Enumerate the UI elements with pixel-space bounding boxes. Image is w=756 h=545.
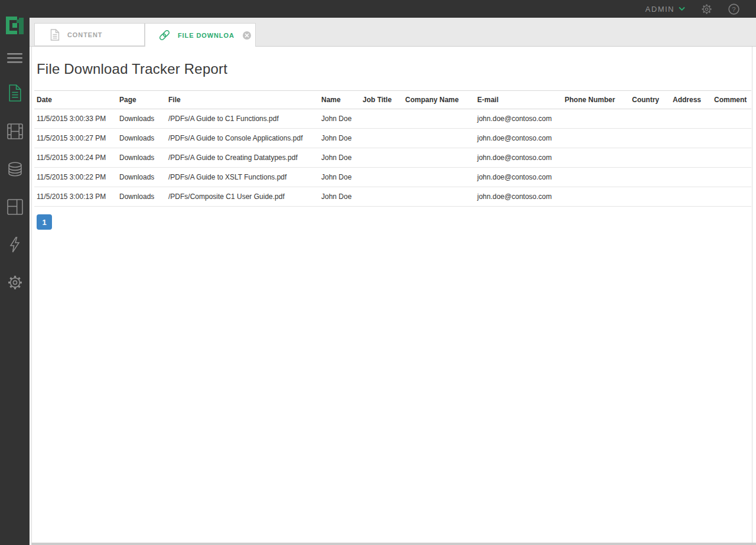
hamburger-icon — [7, 53, 22, 63]
table-cell — [670, 168, 712, 187]
table-cell — [712, 129, 751, 148]
sidebar-item-media[interactable] — [0, 119, 30, 143]
column-header: Country — [630, 91, 670, 109]
table-cell — [360, 148, 403, 168]
table-cell: Downloads — [117, 109, 166, 129]
table-cell — [670, 187, 712, 207]
lightning-icon — [9, 237, 21, 253]
table-cell — [670, 129, 712, 148]
column-header: Date — [34, 91, 117, 109]
table-cell — [403, 129, 475, 148]
column-header: Comment — [712, 91, 751, 109]
column-header: Name — [319, 91, 360, 109]
table-cell — [630, 109, 670, 129]
logo[interactable] — [0, 17, 30, 34]
tab-file-download-tracker[interactable]: FILE DOWNLOAD TRA — [145, 23, 256, 47]
help-icon[interactable]: ? — [728, 4, 739, 15]
table-cell: john.doe@contoso.com — [475, 168, 562, 187]
table-cell — [670, 148, 712, 168]
report-table-container: DatePageFileNameJob TitleCompany NameE-m… — [34, 90, 751, 207]
table-cell: 11/5/2015 3:00:13 PM — [34, 187, 117, 207]
document-icon — [50, 29, 60, 41]
table-cell — [712, 187, 751, 207]
sidebar-item-content[interactable] — [0, 81, 30, 105]
table-cell — [670, 109, 712, 129]
table-cell: john.doe@contoso.com — [475, 129, 562, 148]
table-cell: John Doe — [319, 129, 360, 148]
table-cell — [360, 168, 403, 187]
table-cell: John Doe — [319, 187, 360, 207]
sidebar-item-data[interactable] — [0, 157, 30, 181]
sidebar-item-functions[interactable] — [0, 233, 30, 256]
main-area: CONTENT FILE DOWNLOAD TRA File Download … — [30, 18, 756, 545]
table-cell — [403, 187, 475, 207]
database-icon — [7, 161, 23, 177]
table-cell: john.doe@contoso.com — [475, 109, 562, 129]
table-row: 11/5/2015 3:00:24 PMDownloads/PDFs/A Gui… — [34, 148, 751, 168]
table-cell — [403, 109, 475, 129]
table-cell: /PDFs/A Guide to Console Applications.pd… — [166, 129, 319, 148]
table-row: 11/5/2015 3:00:27 PMDownloads/PDFs/A Gui… — [34, 129, 751, 148]
table-row: 11/5/2015 3:00:22 PMDownloads/PDFs/A Gui… — [34, 168, 751, 187]
table-cell — [562, 129, 630, 148]
column-header: Page — [117, 91, 166, 109]
table-cell — [630, 148, 670, 168]
column-header: Address — [670, 91, 712, 109]
table-cell: 11/5/2015 3:00:27 PM — [34, 129, 117, 148]
table-cell — [712, 168, 751, 187]
report-table: DatePageFileNameJob TitleCompany NameE-m… — [34, 90, 751, 207]
column-header: Company Name — [403, 91, 475, 109]
table-cell: /PDFs/A Guide to C1 Functions.pdf — [166, 109, 319, 129]
topbar-actions: ADMIN ? — [646, 4, 739, 15]
table-cell: john.doe@contoso.com — [475, 187, 562, 207]
admin-dropdown[interactable]: ADMIN — [646, 5, 685, 14]
table-cell: 11/5/2015 3:00:22 PM — [34, 168, 117, 187]
table-cell — [403, 168, 475, 187]
table-cell: /PDFs/Composite C1 User Guide.pdf — [166, 187, 319, 207]
document-icon — [8, 84, 22, 102]
table-cell — [360, 109, 403, 129]
table-row: 11/5/2015 3:00:13 PMDownloads/PDFs/Compo… — [34, 187, 751, 207]
table-cell: Downloads — [117, 187, 166, 207]
table-cell: John Doe — [319, 168, 360, 187]
table-cell: 11/5/2015 3:00:24 PM — [34, 148, 117, 168]
svg-text:?: ? — [732, 5, 735, 12]
sidebar-item-menu[interactable] — [0, 46, 30, 70]
table-cell — [562, 187, 630, 207]
table-row: 11/5/2015 3:00:33 PMDownloads/PDFs/A Gui… — [34, 109, 751, 129]
tab-content[interactable]: CONTENT — [34, 23, 145, 46]
tab-strip: CONTENT FILE DOWNLOAD TRA — [30, 18, 756, 47]
table-cell — [403, 148, 475, 168]
table-cell: john.doe@contoso.com — [475, 148, 562, 168]
pagination-page-button[interactable]: 1 — [37, 214, 52, 230]
table-cell — [630, 168, 670, 187]
table-cell — [562, 148, 630, 168]
sidebar-item-layout[interactable] — [0, 195, 30, 218]
table-body: 11/5/2015 3:00:33 PMDownloads/PDFs/A Gui… — [34, 109, 751, 207]
column-header: Job Title — [360, 91, 403, 109]
horizontal-scrollbar[interactable] — [31, 543, 756, 545]
sidebar-item-settings[interactable] — [0, 270, 30, 294]
tab-label: FILE DOWNLOAD TRA — [178, 32, 234, 39]
chevron-down-icon — [679, 6, 685, 11]
table-cell — [712, 148, 751, 168]
table-cell: /PDFs/A Guide to XSLT Functions.pdf — [166, 168, 319, 187]
c1-logo-icon — [6, 17, 24, 34]
table-cell: 11/5/2015 3:00:33 PM — [34, 109, 117, 129]
table-cell: Downloads — [117, 129, 166, 148]
close-icon[interactable] — [243, 31, 251, 40]
admin-label: ADMIN — [646, 5, 674, 14]
link-icon — [158, 29, 171, 41]
table-cell — [562, 109, 630, 129]
page-title: File Download Tracker Report — [30, 47, 756, 90]
vertical-scrollbar[interactable] — [752, 47, 756, 543]
table-cell: Downloads — [117, 148, 166, 168]
table-cell — [712, 109, 751, 129]
table-cell: /PDFs/A Guide to Creating Datatypes.pdf — [166, 148, 319, 168]
content-frame-border — [31, 47, 32, 543]
topbar: ADMIN ? — [0, 0, 756, 18]
gear-icon[interactable] — [701, 4, 712, 15]
sidebar — [0, 0, 30, 545]
table-cell — [630, 187, 670, 207]
report-page: File Download Tracker Report DatePageFil… — [30, 47, 756, 545]
